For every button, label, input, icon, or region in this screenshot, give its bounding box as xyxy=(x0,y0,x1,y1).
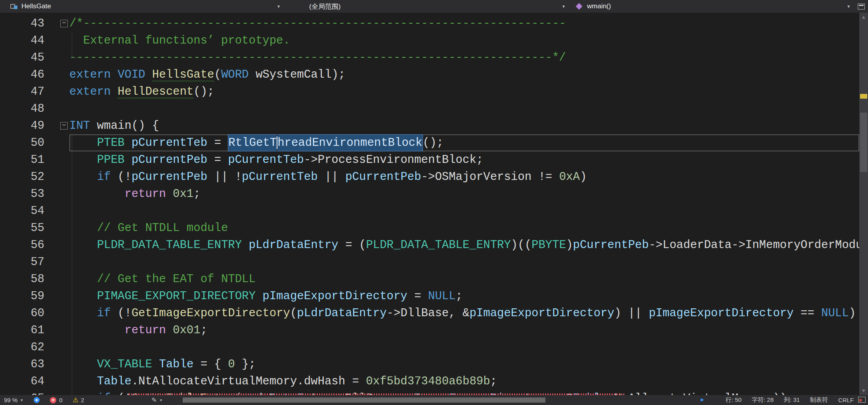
code-line[interactable]: 46extern VOID HellsGate(WORD wSystemCall… xyxy=(0,66,859,83)
line-indicator[interactable]: 行: 50 xyxy=(726,396,742,404)
vertical-scrollbar[interactable]: ▲ ▼ xyxy=(859,13,868,395)
code-line-text[interactable]: PPEB pCurrentPeb = pCurrentTeb->ProcessE… xyxy=(69,151,859,168)
zoom-dropdown[interactable]: 99 % ▾ xyxy=(4,397,23,403)
line-number[interactable]: 43 xyxy=(0,15,52,32)
feedback-icon[interactable] xyxy=(858,397,866,403)
fold-toggle-icon[interactable]: − xyxy=(60,20,68,27)
line-number[interactable]: 46 xyxy=(0,66,52,83)
code-line-text[interactable]: return 0x1; xyxy=(69,185,859,202)
line-number[interactable]: 49 xyxy=(0,117,52,134)
fold-toggle-icon[interactable]: − xyxy=(60,122,68,130)
scroll-down-icon[interactable]: ▼ xyxy=(859,388,868,394)
code-line[interactable]: 54 xyxy=(0,202,859,220)
code-line[interactable]: 60 if (!GetImageExportDirectory(pLdrData… xyxy=(0,305,859,322)
line-number[interactable]: 50 xyxy=(0,134,52,151)
code-line[interactable]: 51 PPEB pCurrentPeb = pCurrentTeb->Proce… xyxy=(0,151,859,168)
line-number[interactable]: 53 xyxy=(0,185,52,202)
code-line-text[interactable]: PIMAGE_EXPORT_DIRECTORY pImageExportDire… xyxy=(69,288,859,305)
code-line-text[interactable]: return 0x01; xyxy=(69,322,859,339)
code-line[interactable]: 62 xyxy=(0,339,859,356)
line-number[interactable]: 48 xyxy=(0,100,52,117)
line-number[interactable]: 65 xyxy=(0,390,52,395)
code-token: hreadEnvironmentBlock xyxy=(277,134,423,151)
code-line-text[interactable]: if (!GetVxTableEntry(pLdrDataEntry->DllB… xyxy=(69,390,859,395)
code-line[interactable]: 48 xyxy=(0,100,859,117)
code-line[interactable]: 61 return 0x01; xyxy=(0,322,859,339)
line-number[interactable]: 57 xyxy=(0,254,52,271)
code-line-text[interactable]: PTEB pCurrentTeb = RtlGetThreadEnvironme… xyxy=(69,134,859,151)
line-number[interactable]: 56 xyxy=(0,237,52,254)
code-line-text[interactable] xyxy=(69,254,859,271)
code-token: PBYTE xyxy=(532,239,566,252)
char-indicator[interactable]: 字符: 28 xyxy=(752,396,774,404)
code-line[interactable]: 44 External functions’ prototype. xyxy=(0,32,859,49)
line-number[interactable]: 51 xyxy=(0,151,52,168)
code-line[interactable]: 65 if (!GetVxTableEntry(pLdrDataEntry->D… xyxy=(0,390,859,395)
eol-indicator[interactable]: CRLF xyxy=(838,397,854,403)
line-number[interactable]: 55 xyxy=(0,220,52,237)
line-number[interactable]: 54 xyxy=(0,202,52,220)
line-number[interactable]: 52 xyxy=(0,168,52,185)
line-number[interactable]: 59 xyxy=(0,288,52,305)
code-line[interactable]: 63 VX_TABLE Table = { 0 }; xyxy=(0,356,859,373)
line-number[interactable]: 60 xyxy=(0,305,52,322)
horizontal-scrollbar[interactable] xyxy=(180,397,700,403)
code-line[interactable]: 58 // Get the EAT of NTDLL xyxy=(0,271,859,288)
code-line-text[interactable] xyxy=(69,100,859,117)
line-number[interactable]: 47 xyxy=(0,83,52,100)
line-number[interactable]: 62 xyxy=(0,339,52,356)
line-number[interactable]: 61 xyxy=(0,322,52,339)
code-line[interactable]: 56 PLDR_DATA_TABLE_ENTRY pLdrDataEntry =… xyxy=(0,237,859,254)
code-line[interactable]: 47extern HellDescent(); xyxy=(0,83,859,100)
code-line-text[interactable]: External functions’ prototype. xyxy=(69,32,859,49)
code-line-text[interactable]: VX_TABLE Table = { 0 }; xyxy=(69,356,859,373)
code-line-text[interactable]: // Get NTDLL module xyxy=(69,220,859,237)
code-line[interactable]: 52 if (!pCurrentPeb || !pCurrentTeb || p… xyxy=(0,168,859,185)
warning-count-button[interactable]: ⚠ 2 xyxy=(73,397,84,403)
scroll-right-icon[interactable]: ▶ xyxy=(701,397,704,402)
code-line[interactable]: 57 xyxy=(0,254,859,271)
warning-count: 2 xyxy=(81,397,84,403)
line-number[interactable]: 44 xyxy=(0,32,52,49)
code-line[interactable]: 49−INT wmain() { xyxy=(0,117,859,134)
code-line-text[interactable]: Table.NtAllocateVirtualMemory.dwHash = 0… xyxy=(69,373,859,390)
code-line-text[interactable]: /*--------------------------------------… xyxy=(69,15,859,32)
project-dropdown[interactable]: HellsGate ▾ xyxy=(0,0,285,13)
code-line[interactable]: 45--------------------------------------… xyxy=(0,49,859,66)
split-window-icon[interactable] xyxy=(858,4,865,10)
horizontal-scrollbar-thumb[interactable] xyxy=(183,397,545,403)
code-line-text[interactable]: if (!GetImageExportDirectory(pLdrDataEnt… xyxy=(69,305,859,322)
member-dropdown[interactable]: wmain() ▾ xyxy=(570,0,855,13)
code-line[interactable]: 59 PIMAGE_EXPORT_DIRECTORY pImageExportD… xyxy=(0,288,859,305)
code-line-text[interactable] xyxy=(69,339,859,356)
code-line-text[interactable]: // Get the EAT of NTDLL xyxy=(69,271,859,288)
code-token xyxy=(69,136,97,149)
column-indicator[interactable]: 列: 31 xyxy=(784,396,800,404)
document-health-icon[interactable] xyxy=(34,397,40,403)
code-line-text[interactable]: if (!pCurrentPeb || !pCurrentTeb || pCur… xyxy=(69,168,859,185)
scope-dropdown[interactable]: (全局范围) ▾ xyxy=(285,0,570,13)
code-token: pLdrDataEntry xyxy=(249,239,338,252)
code-line-text[interactable]: PLDR_DATA_TABLE_ENTRY pLdrDataEntry = (P… xyxy=(69,237,859,254)
code-line-text[interactable] xyxy=(69,202,859,220)
scroll-up-icon[interactable]: ▲ xyxy=(859,14,868,20)
code-line-text[interactable]: extern HellDescent(); xyxy=(69,83,859,100)
code-cleanup-button[interactable]: ✎ ▾ xyxy=(151,396,162,404)
code-line-text[interactable]: ----------------------------------------… xyxy=(69,49,859,66)
line-number[interactable]: 64 xyxy=(0,373,52,390)
line-number[interactable]: 63 xyxy=(0,356,52,373)
vertical-scrollbar-thumb[interactable] xyxy=(860,113,867,172)
error-count-button[interactable]: ✕ 0 xyxy=(50,397,62,403)
code-line-text[interactable]: INT wmain() { xyxy=(69,117,859,134)
code-line[interactable]: 50 PTEB pCurrentTeb = RtlGetThreadEnviro… xyxy=(0,134,859,151)
code-token: = ( xyxy=(338,239,366,252)
tabs-indicator[interactable]: 制表符 xyxy=(810,396,828,404)
code-line[interactable]: 43−/*-----------------------------------… xyxy=(0,15,859,32)
code-line[interactable]: 64 Table.NtAllocateVirtualMemory.dwHash … xyxy=(0,373,859,390)
code-editor[interactable]: 43−/*-----------------------------------… xyxy=(0,13,859,395)
line-number[interactable]: 58 xyxy=(0,271,52,288)
code-line[interactable]: 53 return 0x1; xyxy=(0,185,859,202)
code-line[interactable]: 55 // Get NTDLL module xyxy=(0,220,859,237)
line-number[interactable]: 45 xyxy=(0,49,52,66)
code-line-text[interactable]: extern VOID HellsGate(WORD wSystemCall); xyxy=(69,66,859,83)
